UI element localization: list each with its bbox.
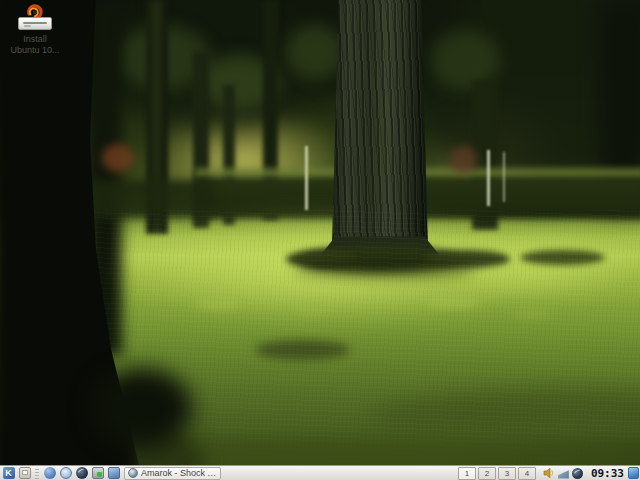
show-desktop-button[interactable] [17, 467, 32, 480]
install-ubuntu-desktop-icon[interactable]: Install Ubuntu 10... [6, 4, 64, 56]
show-desktop-icon [19, 467, 31, 479]
display-settings-icon [108, 467, 120, 479]
wallpaper [0, 0, 640, 465]
quick-launch-browser-button[interactable] [74, 467, 89, 480]
quick-launch-konqueror-button[interactable] [58, 467, 73, 480]
taskbar-button-label: Amarok - Shock The Mon... [141, 468, 217, 478]
pager-desktop-3[interactable]: 3 [498, 467, 516, 480]
network-monitor-icon[interactable] [558, 468, 569, 479]
quick-launch-package-button[interactable] [90, 467, 105, 480]
pager-desktop-2[interactable]: 2 [478, 467, 496, 480]
globe-icon[interactable] [572, 468, 583, 479]
clipboard-icon[interactable] [628, 467, 639, 479]
desktop-icon-label: Install Ubuntu 10... [6, 34, 64, 56]
konqueror-globe-icon [60, 467, 72, 479]
vignette [0, 0, 640, 465]
pager-desktop-1[interactable]: 1 [458, 467, 476, 480]
cd-drive-icon [18, 17, 52, 30]
panel-drag-handle[interactable] [35, 467, 39, 479]
desktop-icon-label-line2: Ubuntu 10... [6, 45, 64, 56]
quick-launch-system-button[interactable] [42, 467, 57, 480]
quick-launch-display-button[interactable] [106, 467, 121, 480]
desktop-icon-label-line1: Install [6, 34, 64, 45]
kicker-panel: K Amarok - Shock The Mon... 1 2 3 4 [0, 465, 640, 480]
web-browser-dark-globe-icon [76, 467, 88, 479]
desktop-screen: Install Ubuntu 10... K Amarok - Shock [0, 0, 640, 480]
kmenu-button[interactable]: K [1, 467, 16, 480]
panel-clock[interactable]: 09:33 [591, 468, 624, 479]
taskbar-button-amarok[interactable]: Amarok - Shock The Mon... [124, 467, 221, 480]
amarok-icon [128, 468, 138, 478]
volume-icon[interactable] [543, 467, 555, 479]
system-sphere-icon [44, 467, 56, 479]
system-tray [543, 467, 583, 479]
package-manager-icon [92, 467, 104, 479]
install-cd-icon [15, 4, 55, 32]
kmenu-icon: K [3, 467, 15, 479]
pager-desktop-4[interactable]: 4 [518, 467, 536, 480]
